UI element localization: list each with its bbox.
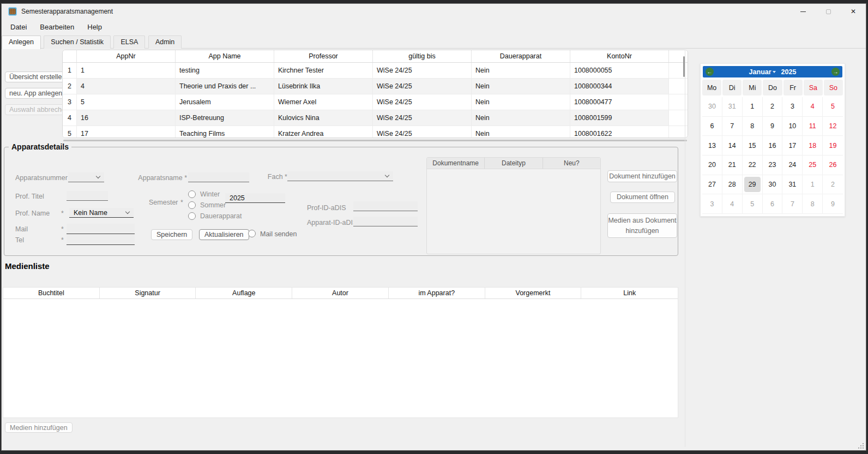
aktualisieren-button[interactable]: Aktualisieren — [199, 229, 249, 240]
jahr-field[interactable]: 2025 — [225, 193, 285, 203]
calendar-day[interactable]: 24 — [782, 156, 803, 175]
horizontal-scrollbar[interactable] — [63, 140, 687, 141]
table-row[interactable]: 416ISP-BetreuungKulovics NinaWiSe 24/25N… — [63, 110, 688, 126]
calendar-day[interactable]: 3 — [702, 194, 722, 214]
dauerapparat-radio[interactable] — [188, 212, 196, 220]
uebersicht-erstellen-button[interactable]: Übersicht erstellen — [5, 71, 70, 82]
calendar-year[interactable]: 2025 — [781, 68, 797, 76]
mail-field[interactable] — [67, 224, 135, 234]
table-row[interactable]: 35JerusalemWiemer AxelWiSe 24/25Nein1008… — [63, 94, 688, 110]
dokument-oeffnen-button[interactable]: Dokument öffnen — [610, 192, 675, 203]
calendar-day[interactable]: 4 — [722, 194, 743, 214]
close-button[interactable]: ✕ — [841, 4, 866, 19]
calendar-day[interactable]: 27 — [702, 175, 722, 195]
calendar-day[interactable]: 7 — [722, 117, 743, 136]
calendar-day[interactable]: 17 — [782, 136, 803, 156]
calendar-day[interactable]: 9 — [823, 194, 843, 214]
mail-senden-checkbox[interactable] — [248, 230, 256, 237]
calendar-day[interactable]: 19 — [823, 136, 843, 156]
calendar-day[interactable]: 26 — [823, 156, 843, 175]
calendar-day[interactable]: 8 — [803, 194, 823, 214]
doc-column-header[interactable]: Neu? — [543, 158, 600, 169]
calendar-day[interactable]: 4 — [803, 97, 823, 117]
media-column-header[interactable]: Autor — [292, 288, 389, 298]
table-row[interactable]: 24Theorie und Praxis der ...Lüsebrink Il… — [63, 79, 688, 94]
calendar-day[interactable]: 5 — [823, 97, 843, 117]
calendar-day[interactable]: 6 — [763, 194, 783, 214]
column-header[interactable]: Dauerapparat — [472, 50, 570, 62]
calendar-day[interactable]: 16 — [763, 136, 783, 156]
calendar-day[interactable]: 31 — [722, 97, 743, 117]
column-header[interactable]: Professor — [274, 50, 373, 62]
calendar-day[interactable]: 2 — [823, 175, 843, 195]
calendar-month[interactable]: Januar — [749, 68, 776, 76]
prof-titel-field[interactable] — [67, 191, 108, 201]
menu-bearbeiten[interactable]: Bearbeiten — [33, 21, 81, 33]
resize-grip[interactable] — [857, 442, 864, 449]
calendar-day[interactable]: 10 — [782, 117, 803, 136]
calendar-day[interactable]: 7 — [782, 194, 803, 214]
calendar-day[interactable]: 30 — [702, 97, 722, 117]
media-column-header[interactable]: Signatur — [100, 288, 196, 298]
calendar-day[interactable]: 15 — [743, 136, 763, 156]
calendar-day[interactable]: 3 — [782, 97, 803, 117]
menu-help[interactable]: Help — [81, 21, 108, 33]
tab-elsa[interactable]: ELSA — [113, 35, 145, 49]
media-column-header[interactable]: im Apparat? — [389, 288, 485, 298]
calendar-day[interactable]: 13 — [702, 136, 722, 156]
speichern-button[interactable]: Speichern — [151, 229, 192, 240]
column-header[interactable]: App Name — [176, 50, 274, 62]
tel-field[interactable] — [67, 235, 135, 245]
calendar-day[interactable]: 2 — [763, 97, 783, 117]
calendar-day[interactable]: 20 — [702, 156, 722, 175]
calendar-day[interactable]: 1 — [743, 97, 763, 117]
neu-app-anlegen-button[interactable]: neu. App anlegen — [5, 88, 67, 99]
calendar-next-month-button[interactable]: → — [831, 68, 840, 76]
media-column-header[interactable]: Link — [581, 288, 678, 298]
calendar-day[interactable]: 30 — [763, 175, 783, 195]
media-column-header[interactable]: Auflage — [196, 288, 292, 298]
maximize-button[interactable] — [816, 4, 841, 19]
minimize-button[interactable] — [791, 4, 816, 19]
winter-radio[interactable] — [188, 190, 196, 198]
column-header[interactable]: KontoNr — [570, 50, 669, 62]
calendar-day[interactable]: 14 — [722, 136, 743, 156]
calendar-day[interactable]: 12 — [823, 117, 843, 136]
tab-suchen-statistik[interactable]: Suchen / Statistik — [44, 35, 111, 49]
calendar-day[interactable]: 28 — [722, 175, 743, 195]
apparatsname-field[interactable] — [188, 172, 249, 182]
prof-id-adis-field[interactable] — [353, 201, 418, 211]
media-column-header[interactable]: Buchtitel — [3, 288, 100, 298]
medien-aus-dokument-button[interactable]: Medien aus Dokument hinzufügen — [607, 213, 677, 238]
calendar-day[interactable]: 25 — [803, 156, 823, 175]
tab-admin[interactable]: Admin — [148, 35, 182, 49]
calendar-day[interactable]: 21 — [722, 156, 743, 175]
calendar-prev-month-button[interactable]: ← — [706, 68, 714, 76]
calendar-day[interactable]: 23 — [763, 156, 783, 175]
calendar-day[interactable]: 18 — [803, 136, 823, 156]
apparat-id-adis-field[interactable] — [353, 217, 418, 226]
table-row[interactable]: 517Teaching FilmsKratzer AndreaWiSe 24/2… — [63, 126, 688, 138]
menu-datei[interactable]: Datei — [4, 21, 33, 33]
calendar-day[interactable]: 9 — [763, 117, 783, 136]
media-column-header[interactable]: Vorgemerkt — [485, 288, 582, 298]
calendar-day[interactable]: 29 — [743, 175, 763, 195]
calendar-day[interactable]: 6 — [702, 117, 722, 136]
calendar-day[interactable]: 8 — [743, 117, 763, 136]
calendar-day[interactable]: 22 — [743, 156, 763, 175]
column-header[interactable]: AppNr — [77, 50, 176, 62]
calendar-day[interactable]: 11 — [803, 117, 823, 136]
sommer-radio[interactable] — [188, 201, 196, 209]
fach-combobox[interactable] — [287, 171, 393, 181]
dokument-hinzufuegen-button[interactable]: Dokument hinzufügen — [607, 170, 677, 182]
tab-anlegen[interactable]: Anlegen — [2, 35, 41, 49]
prof-name-combobox[interactable]: Kein Name — [69, 208, 134, 218]
table-row[interactable]: 11testingKirchner TesterWiSe 24/25Nein10… — [63, 63, 688, 79]
calendar-day[interactable]: 31 — [782, 175, 803, 195]
medien-hinzufuegen-button[interactable]: Medien hinzufügen — [5, 422, 73, 433]
apparatsnummer-combobox[interactable] — [68, 172, 104, 182]
calendar-day[interactable]: 1 — [803, 175, 823, 195]
doc-column-header[interactable]: Dateityp — [485, 158, 542, 169]
doc-column-header[interactable]: Dokumentname — [427, 158, 485, 169]
column-header[interactable]: gültig bis — [373, 50, 472, 62]
